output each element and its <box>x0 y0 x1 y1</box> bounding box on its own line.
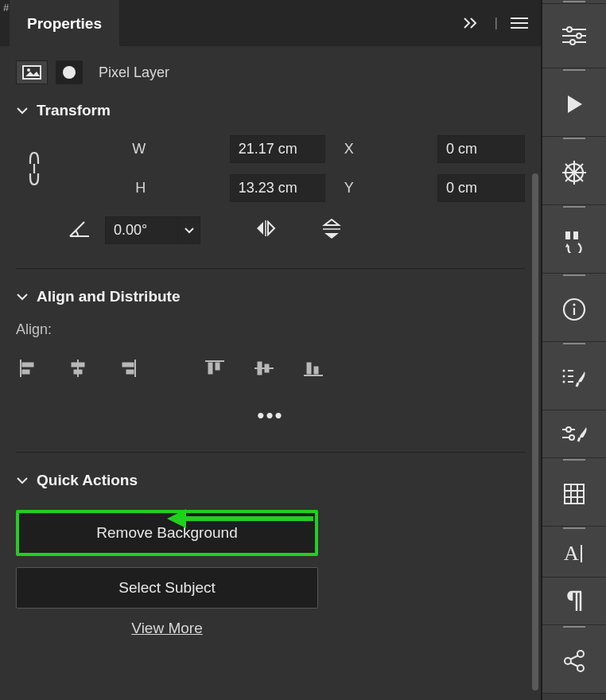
align-buttons <box>16 357 525 379</box>
section-align[interactable]: Align and Distribute <box>16 288 525 305</box>
svg-text:A: A <box>564 542 579 565</box>
svg-point-28 <box>567 27 572 32</box>
svg-line-64 <box>570 663 578 667</box>
svg-point-45 <box>563 375 565 377</box>
left-edge: # <box>0 0 10 46</box>
svg-rect-14 <box>74 370 82 374</box>
svg-line-63 <box>570 655 578 659</box>
svg-rect-17 <box>126 370 134 374</box>
svg-rect-23 <box>265 364 269 372</box>
svg-point-52 <box>569 435 574 440</box>
align-label: Align: <box>16 321 525 338</box>
chevron-down-icon <box>16 106 29 115</box>
play-icon[interactable] <box>542 72 606 137</box>
paragraph-icon[interactable] <box>542 578 606 625</box>
align-left-icon[interactable] <box>16 357 41 379</box>
svg-rect-10 <box>22 363 33 367</box>
history-icon[interactable] <box>542 208 606 274</box>
angle-input[interactable] <box>105 216 178 244</box>
x-input[interactable] <box>437 135 525 163</box>
adjustments-icon[interactable] <box>542 3 606 68</box>
brush-settings-icon[interactable] <box>542 410 606 458</box>
scrollbar[interactable] <box>532 173 538 690</box>
chevron-down-icon <box>16 292 29 301</box>
view-more-link[interactable]: View More <box>16 620 318 637</box>
svg-rect-20 <box>216 363 219 370</box>
svg-point-41 <box>573 303 575 305</box>
align-bottom-icon[interactable] <box>301 357 326 379</box>
angle-dropdown[interactable] <box>178 216 200 244</box>
brush-list-icon[interactable] <box>542 345 606 410</box>
height-input[interactable] <box>230 174 325 202</box>
svg-rect-16 <box>122 363 134 367</box>
svg-rect-19 <box>208 363 212 374</box>
properties-panel: # Properties | Pixel Layer <box>0 0 541 700</box>
angle-icon <box>68 220 91 241</box>
align-top-icon[interactable] <box>202 357 227 379</box>
collapse-icon[interactable] <box>463 17 482 29</box>
svg-point-47 <box>563 380 565 383</box>
align-vcenter-icon[interactable] <box>251 357 277 379</box>
properties-tab[interactable]: Properties <box>10 0 119 46</box>
handle-icon: # <box>3 2 9 14</box>
type-icon[interactable]: A <box>542 530 606 578</box>
section-quick-actions[interactable]: Quick Actions <box>16 472 525 489</box>
mask-icon[interactable] <box>56 60 83 84</box>
menu-icon[interactable] <box>511 17 528 29</box>
more-icon[interactable]: ••• <box>16 403 525 428</box>
right-dock: A <box>541 0 606 700</box>
panel-tab-bar: # Properties | <box>0 0 541 46</box>
svg-point-50 <box>566 427 571 432</box>
svg-point-30 <box>577 33 581 38</box>
pixel-layer-icon[interactable] <box>16 60 48 84</box>
link-wh-icon[interactable] <box>22 150 46 188</box>
info-icon[interactable] <box>542 277 606 342</box>
y-label: Y <box>338 180 354 196</box>
align-right-icon[interactable] <box>115 357 140 379</box>
flip-vertical-icon[interactable] <box>321 219 342 243</box>
flip-horizontal-icon[interactable] <box>254 219 277 243</box>
angle-row <box>68 216 525 244</box>
align-hcenter-icon[interactable] <box>65 357 91 379</box>
section-transform[interactable]: Transform <box>16 102 525 119</box>
svg-rect-39 <box>573 231 578 239</box>
chevron-down-icon <box>16 476 29 485</box>
wheel-icon[interactable] <box>542 140 606 205</box>
panel-content: Pixel Layer Transform W X H Y <box>0 46 541 700</box>
transform-grid: W X H Y <box>22 135 525 202</box>
grid-icon[interactable] <box>542 461 606 527</box>
tab-controls: | <box>450 0 541 46</box>
svg-point-6 <box>63 66 76 79</box>
layer-type-label: Pixel Layer <box>99 64 169 81</box>
y-input[interactable] <box>437 174 525 202</box>
section-divider <box>16 268 525 269</box>
svg-point-5 <box>27 68 30 72</box>
svg-rect-22 <box>258 362 262 375</box>
svg-rect-11 <box>22 370 29 374</box>
w-label: W <box>130 141 146 158</box>
section-divider <box>16 452 525 453</box>
svg-rect-53 <box>565 484 584 504</box>
svg-rect-38 <box>565 231 570 239</box>
svg-rect-26 <box>314 367 318 374</box>
remove-background-button[interactable]: Remove Background <box>16 510 318 556</box>
svg-rect-13 <box>72 363 84 367</box>
svg-rect-25 <box>307 363 311 374</box>
divider: | <box>495 16 498 30</box>
svg-point-43 <box>563 369 565 371</box>
layer-summary: Pixel Layer <box>16 60 525 84</box>
svg-point-32 <box>570 40 575 45</box>
select-subject-button[interactable]: Select Subject <box>16 567 318 609</box>
x-label: X <box>338 141 354 158</box>
share-icon[interactable] <box>542 628 606 694</box>
h-label: H <box>130 180 146 196</box>
width-input[interactable] <box>230 135 325 163</box>
